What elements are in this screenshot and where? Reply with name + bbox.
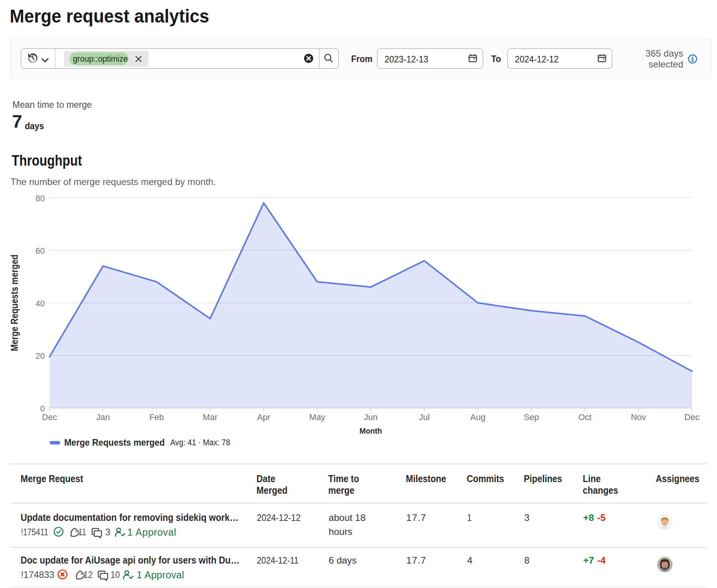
svg-text:Sep: Sep: [524, 412, 539, 422]
svg-text:Month: Month: [360, 427, 382, 435]
svg-text:Nov: Nov: [631, 412, 646, 422]
svg-text:Jun: Jun: [364, 412, 378, 422]
svg-text:Aug: Aug: [470, 412, 485, 422]
svg-text:Oct: Oct: [578, 412, 591, 422]
svg-text:Avg: 41 · Max: 78: Avg: 41 · Max: 78: [170, 438, 230, 447]
svg-text:Feb: Feb: [149, 412, 164, 422]
svg-text:Jul: Jul: [419, 412, 430, 422]
svg-text:Merge Requests merged: Merge Requests merged: [64, 437, 165, 448]
svg-text:May: May: [309, 412, 326, 422]
svg-text:60: 60: [36, 246, 45, 256]
svg-text:20: 20: [36, 351, 45, 361]
svg-text:40: 40: [36, 299, 45, 308]
svg-text:Merge Requests merged: Merge Requests merged: [9, 254, 20, 351]
svg-text:Dec: Dec: [684, 412, 700, 422]
svg-text:Mar: Mar: [203, 412, 218, 422]
svg-text:80: 80: [36, 194, 45, 203]
svg-text:Dec: Dec: [42, 412, 57, 422]
svg-text:Jan: Jan: [96, 412, 110, 422]
svg-text:Apr: Apr: [257, 412, 270, 422]
